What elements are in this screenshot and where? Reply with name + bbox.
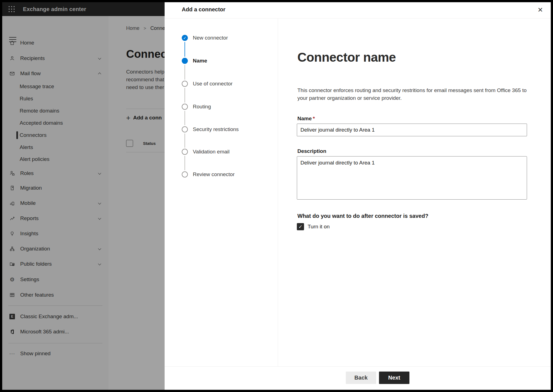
turn-it-on-checkbox-row[interactable]: ✓ Turn it on [297,223,330,231]
step-current-dot [182,58,188,64]
add-connector-dialog: Add a connector ✕ ✓ New connector Name U… [165,2,551,390]
required-asterisk: * [313,116,315,121]
description-field-label: Description [297,148,326,154]
step-heading: Connector name [297,50,396,65]
wizard-step-security-restrictions[interactable]: Security restrictions [165,125,275,134]
next-button[interactable]: Next [379,372,409,384]
turn-it-on-label: Turn it on [308,224,330,230]
wizard-step-validation-email[interactable]: Validation email [165,147,275,156]
step-completed-check-icon: ✓ [182,35,188,41]
wizard-step-review-connector[interactable]: Review connector [165,170,275,179]
dialog-footer-divider [165,366,551,367]
dialog-header-divider [165,18,551,19]
wizard-panel-divider [278,19,278,366]
name-field-label: Name* [297,116,315,122]
wizard-step-use-of-connector[interactable]: Use of connector [165,79,275,88]
checked-checkbox-icon[interactable]: ✓ [297,223,304,230]
step-upcoming-circle [182,126,188,132]
dialog-title: Add a connector [182,6,225,13]
wizard-step-name[interactable]: Name [165,56,275,66]
close-icon[interactable]: ✕ [535,5,545,15]
step-upcoming-circle [182,171,188,177]
exchange-admin-app: Exchange admin center Home Recipients Ma… [2,2,551,390]
wizard-step-new-connector[interactable]: ✓ New connector [165,33,275,43]
connector-description-textarea[interactable]: Deliver journal directly to Area 1 [297,156,527,200]
connector-name-input[interactable] [297,124,527,136]
back-button[interactable]: Back [346,372,376,384]
step-upcoming-circle [182,104,188,110]
step-description: This connector enforces routing and secu… [297,87,528,102]
screenshot-frame: Exchange admin center Home Recipients Ma… [0,0,553,392]
step-connector-line [185,111,185,125]
step-connector-line [185,134,185,148]
step-upcoming-circle [182,149,188,155]
after-save-question: What do you want to do after connector i… [297,213,428,219]
step-connector-line [185,88,185,103]
step-upcoming-circle [182,81,188,87]
step-connector-line [185,156,185,170]
step-connector-line [185,65,185,80]
step-connector-line [185,42,185,57]
wizard-step-routing[interactable]: Routing [165,102,275,111]
